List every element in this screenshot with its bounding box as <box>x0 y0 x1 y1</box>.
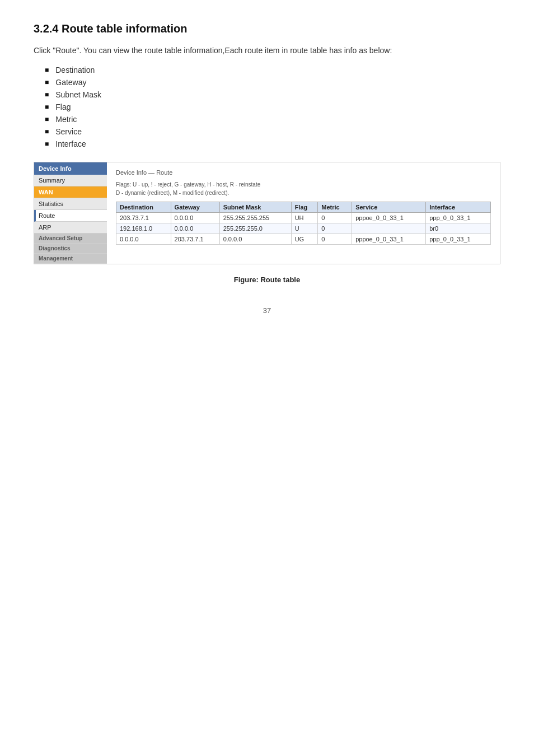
bullet-list: Destination Gateway Subnet Mask Flag Met… <box>34 66 500 148</box>
cell-r1-c1: 0.0.0.0 <box>171 223 219 234</box>
col-header-flag: Flag <box>291 202 318 213</box>
bullet-gateway: Gateway <box>45 78 500 87</box>
cell-r0-c5: pppoe_0_0_33_1 <box>352 213 426 223</box>
cell-r1-c0: 192.168.1.0 <box>116 223 171 234</box>
cell-r2-c3: UG <box>291 234 318 245</box>
page-number: 37 <box>34 306 500 315</box>
table-row: 192.168.1.00.0.0.0255.255.255.0U0br0 <box>116 223 491 234</box>
sidebar-header: Device Info <box>34 162 107 175</box>
sidebar-item-statistics[interactable]: Statistics <box>34 198 107 210</box>
table-row: 0.0.0.0203.73.7.10.0.0.0UG0pppoe_0_0_33_… <box>116 234 491 245</box>
cell-r0-c4: 0 <box>318 213 352 223</box>
cell-r0-c3: UH <box>291 213 318 223</box>
sidebar-item-summary[interactable]: Summary <box>34 175 107 186</box>
col-header-destination: Destination <box>116 202 171 213</box>
figure-caption: Figure: Route table <box>34 276 500 284</box>
cell-r1-c5 <box>352 223 426 234</box>
cell-r1-c6: br0 <box>426 223 491 234</box>
cell-r2-c6: ppp_0_0_33_1 <box>426 234 491 245</box>
cell-r1-c2: 255.255.255.0 <box>219 223 291 234</box>
bullet-flag: Flag <box>45 102 500 111</box>
flags-line1: Flags: U - up, ! - reject, G - gateway, … <box>116 181 260 188</box>
col-header-service: Service <box>352 202 426 213</box>
section-title: 3.2.4 Route table information <box>34 22 500 35</box>
sidebar-item-advanced-setup[interactable]: Advanced Setup <box>34 234 107 244</box>
cell-r1-c4: 0 <box>318 223 352 234</box>
bullet-service: Service <box>45 127 500 136</box>
bullet-metric: Metric <box>45 115 500 124</box>
cell-r0-c1: 0.0.0.0 <box>171 213 219 223</box>
sidebar-item-wan[interactable]: WAN <box>34 186 107 198</box>
cell-r0-c2: 255.255.255.255 <box>219 213 291 223</box>
col-header-metric: Metric <box>318 202 352 213</box>
flags-text: Flags: U - up, ! - reject, G - gateway, … <box>116 180 491 197</box>
cell-r2-c5: pppoe_0_0_33_1 <box>352 234 426 245</box>
main-content: Device Info — Route Flags: U - up, ! - r… <box>107 162 500 264</box>
breadcrumb: Device Info — Route <box>116 169 491 176</box>
sidebar-item-route[interactable]: Route <box>34 210 107 222</box>
sidebar-item-management[interactable]: Management <box>34 254 107 264</box>
bullet-destination: Destination <box>45 66 500 74</box>
col-header-subnet-mask: Subnet Mask <box>219 202 291 213</box>
intro-text: Click "Route". You can view the route ta… <box>34 44 500 57</box>
sidebar-item-diagnostics[interactable]: Diagnostics <box>34 244 107 254</box>
route-table: Destination Gateway Subnet Mask Flag Met… <box>116 202 491 245</box>
table-row: 203.73.7.10.0.0.0255.255.255.255UH0pppoe… <box>116 213 491 223</box>
cell-r1-c3: U <box>291 223 318 234</box>
sidebar-item-arp[interactable]: ARP <box>34 222 107 234</box>
flags-line2: D - dynamic (redirect), M - modified (re… <box>116 190 229 196</box>
cell-r2-c2: 0.0.0.0 <box>219 234 291 245</box>
cell-r0-c0: 203.73.7.1 <box>116 213 171 223</box>
col-header-interface: Interface <box>426 202 491 213</box>
cell-r2-c0: 0.0.0.0 <box>116 234 171 245</box>
cell-r0-c6: ppp_0_0_33_1 <box>426 213 491 223</box>
bullet-interface: Interface <box>45 139 500 148</box>
col-header-gateway: Gateway <box>171 202 219 213</box>
cell-r2-c1: 203.73.7.1 <box>171 234 219 245</box>
cell-r2-c4: 0 <box>318 234 352 245</box>
bullet-subnet-mask: Subnet Mask <box>45 90 500 99</box>
ui-panel: Device Info Summary WAN Statistics Route… <box>34 162 500 264</box>
sidebar: Device Info Summary WAN Statistics Route… <box>34 162 107 264</box>
